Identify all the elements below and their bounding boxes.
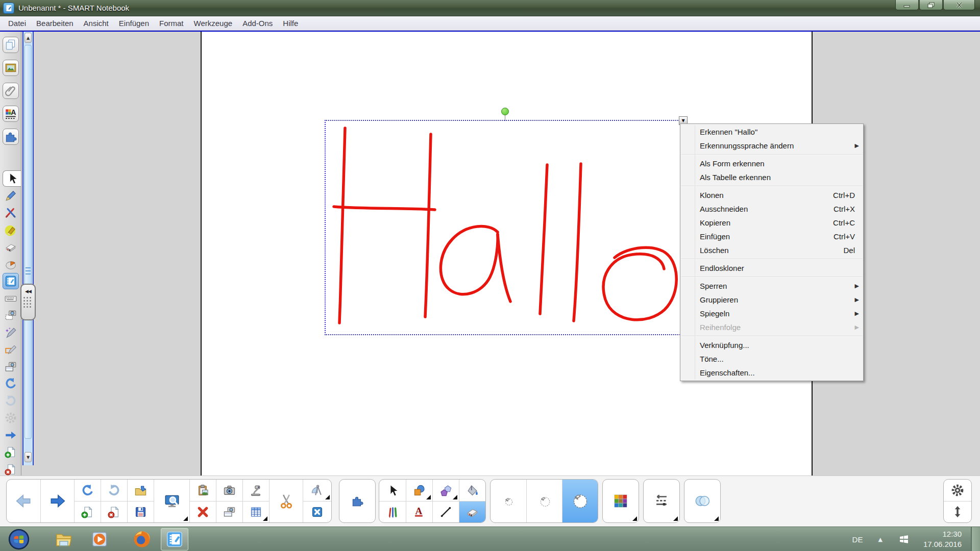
rotate-handle[interactable] — [501, 108, 509, 115]
toolbar-button-paste[interactable] — [190, 480, 216, 501]
tray-expand-icon[interactable]: ▲ — [878, 536, 882, 543]
toolbar-button-line[interactable] — [433, 501, 459, 522]
context-menu-item-erkennungssprache-ndern[interactable]: Erkennungssprache ändern▶ — [680, 139, 863, 153]
toolbar-button-delete-page[interactable] — [101, 501, 127, 522]
context-menu-item-t-ne[interactable]: Töne... — [680, 352, 863, 366]
toolbar-button-smart-tools[interactable] — [303, 501, 331, 522]
menu-einfgen[interactable]: Einfügen — [114, 17, 154, 30]
menu-bearbeiten[interactable]: Bearbeiten — [31, 17, 79, 30]
taskbar-media-player[interactable] — [86, 528, 113, 550]
toolbar-button-line-style[interactable] — [644, 480, 679, 522]
tool-calligraphic-pen[interactable] — [3, 205, 19, 221]
toolbar-button-shapes[interactable] — [406, 480, 432, 501]
context-menu-item-erkennen-hallo[interactable]: Erkennen "Hallo" — [680, 125, 863, 139]
menu-hilfe[interactable]: Hilfe — [278, 17, 303, 30]
context-menu-item-als-form-erkennen[interactable]: Als Form erkennen — [680, 157, 863, 170]
close-button[interactable] — [943, 0, 975, 10]
sidebar-tab-attachments[interactable] — [3, 83, 19, 99]
tool-highlighter[interactable] — [3, 222, 19, 238]
sidebar-tab-add-ons[interactable] — [3, 129, 19, 145]
tool-gear[interactable] — [3, 410, 19, 426]
toolbar-button-move-toolbar[interactable] — [944, 501, 971, 522]
tool-keyboard[interactable] — [3, 290, 19, 307]
tool-redo[interactable] — [3, 393, 19, 409]
context-menu-item-verkn-pfung[interactable]: Verknüpfung... — [680, 338, 863, 352]
toolbar-button-eraser-medium[interactable] — [526, 480, 562, 522]
taskbar-explorer[interactable] — [50, 528, 78, 550]
toolbar-button-screen-zoom[interactable] — [154, 480, 189, 522]
taskbar-notebook-app[interactable] — [161, 528, 188, 550]
menu-werkzeuge[interactable]: Werkzeuge — [189, 17, 238, 30]
tool-creative-pen[interactable] — [3, 256, 19, 272]
toolbar-button-save[interactable] — [128, 501, 154, 522]
toolbar-button-document-camera[interactable] — [243, 480, 269, 501]
ink-selection-box[interactable]: ▼ — [325, 120, 684, 335]
menu-add-ons[interactable]: Add-Ons — [237, 17, 278, 30]
sidebar-tab-gallery[interactable] — [3, 60, 19, 76]
toolbar-button-camera[interactable] — [216, 480, 242, 501]
toolbar-button-screen-shade[interactable] — [216, 501, 242, 522]
tool-eraser[interactable] — [3, 239, 19, 255]
toolbar-button-eraser[interactable] — [459, 501, 485, 522]
tool-delete-page[interactable] — [3, 461, 19, 478]
tool-select[interactable] — [3, 170, 21, 187]
minimize-button[interactable] — [895, 0, 919, 10]
language-indicator[interactable]: DE — [852, 535, 863, 544]
toolbar-button-pens[interactable] — [379, 501, 406, 522]
context-menu-item-eigenschaften[interactable]: Eigenschaften... — [680, 366, 863, 380]
toolbar-button-polygons[interactable] — [433, 480, 459, 501]
tool-shape-recognition-pen[interactable] — [3, 341, 19, 358]
toolbar-button-select[interactable] — [379, 480, 406, 501]
toolbar-button-undo[interactable] — [75, 480, 101, 501]
scroll-up-button[interactable]: ▲ — [24, 33, 32, 43]
toolbar-button-gear[interactable] — [944, 480, 971, 501]
show-desktop-button[interactable] — [971, 527, 980, 551]
taskbar-firefox[interactable] — [128, 528, 156, 550]
sidebar-tab-page-sorter[interactable] — [3, 37, 19, 53]
context-menu-item-einf-gen[interactable]: EinfügenCtrl+V — [680, 230, 863, 243]
context-menu-item-kopieren[interactable]: KopierenCtrl+C — [680, 216, 863, 230]
clock[interactable]: 12:30 17.06.2016 — [923, 529, 962, 550]
sidebar-tab-properties[interactable]: A — [3, 106, 19, 122]
toolbar-collapse-handle[interactable]: ◀◀ — [20, 284, 36, 320]
toolbar-button-back[interactable] — [7, 480, 40, 522]
context-menu-item-als-tabelle-erkennen[interactable]: Als Tabelle erkennen — [680, 170, 863, 184]
menu-ansicht[interactable]: Ansicht — [79, 17, 114, 30]
toolbar-button-color-palette[interactable] — [603, 480, 639, 522]
toolbar-button-redo[interactable] — [101, 480, 127, 501]
tool-notebook-tool[interactable] — [3, 273, 19, 289]
tool-pen[interactable] — [3, 188, 19, 204]
context-menu-item-ausschneiden[interactable]: AusschneidenCtrl+X — [680, 202, 863, 216]
toolbar-button-measurement-tools[interactable] — [303, 480, 331, 501]
tool-forward-jump[interactable] — [3, 427, 19, 443]
tool-screen-shade[interactable] — [3, 359, 19, 375]
menu-datei[interactable]: Datei — [3, 17, 31, 30]
toolbar-button-eraser-small[interactable] — [491, 480, 526, 522]
toolbar-button-table[interactable] — [243, 501, 269, 522]
toolbar-button-delete-x[interactable] — [190, 501, 216, 522]
toolbar-button-forward[interactable] — [40, 480, 74, 522]
toolbar-button-text[interactable]: A — [406, 501, 432, 522]
vertical-scrollbar[interactable]: ▲ ▼ — [22, 32, 34, 465]
toolbar-button-eraser-large[interactable] — [562, 480, 598, 522]
taskbar-start-button[interactable] — [5, 528, 33, 550]
handwriting-hallo[interactable] — [326, 121, 685, 336]
toolbar-button-scissors[interactable] — [269, 480, 303, 522]
context-menu-item-spiegeln[interactable]: Spiegeln▶ — [680, 307, 863, 320]
menu-format[interactable]: Format — [154, 17, 189, 30]
toolbar-button-add-ons[interactable] — [339, 480, 375, 522]
context-menu-item-klonen[interactable]: KlonenCtrl+D — [680, 188, 863, 202]
tool-magic-pen[interactable] — [3, 324, 19, 341]
toolbar-button-transparency[interactable] — [684, 480, 720, 522]
context-menu-item-gruppieren[interactable]: Gruppieren▶ — [680, 293, 863, 307]
toolbar-button-add-page[interactable] — [75, 501, 101, 522]
scrollbar-thumb[interactable] — [24, 45, 32, 439]
context-menu-item-sperren[interactable]: Sperren▶ — [680, 279, 863, 293]
context-menu-item-l-schen[interactable]: LöschenDel — [680, 243, 863, 257]
context-menu-item-endloskloner[interactable]: Endloskloner — [680, 261, 863, 275]
tool-screen-capture[interactable] — [3, 307, 19, 323]
restore-button[interactable] — [919, 0, 943, 10]
tool-undo[interactable] — [3, 375, 19, 392]
toolbar-button-fill[interactable] — [459, 480, 485, 501]
tool-add-page[interactable] — [3, 444, 19, 460]
